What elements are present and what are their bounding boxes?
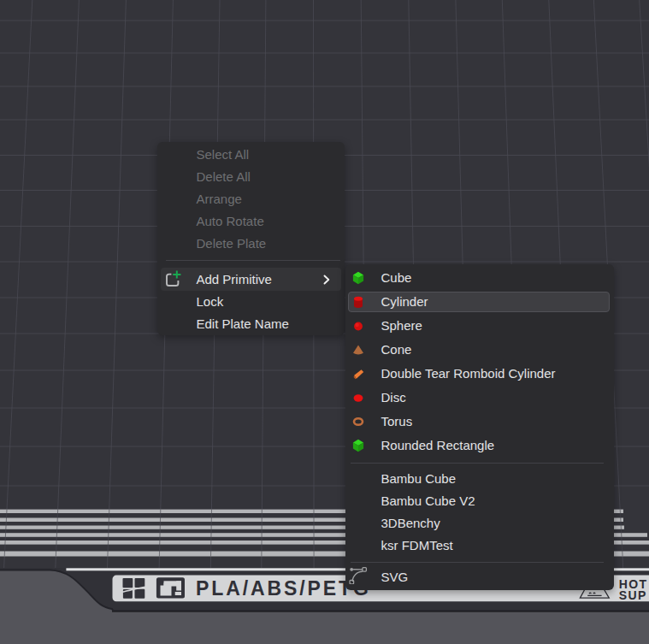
svg-text:SUP: SUP	[619, 588, 647, 602]
